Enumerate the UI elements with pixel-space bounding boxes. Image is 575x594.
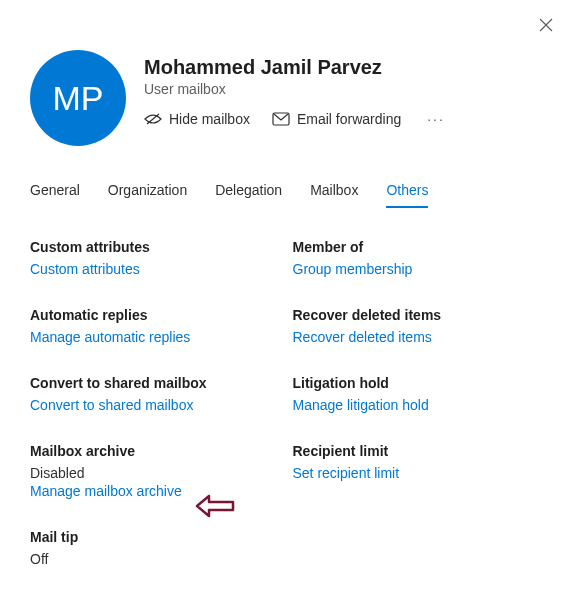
manage-mailbox-archive-link[interactable]: Manage mailbox archive [30,483,283,499]
section-title: Automatic replies [30,307,283,323]
tab-organization[interactable]: Organization [108,176,187,208]
section-mailbox-archive: Mailbox archive Disabled Manage mailbox … [30,443,283,499]
tab-delegation[interactable]: Delegation [215,176,282,208]
mail-tip-status: Off [30,551,283,567]
annotation-arrow-icon [195,494,235,518]
tab-general[interactable]: General [30,176,80,208]
content-grid: Custom attributes Custom attributes Memb… [30,239,545,569]
section-title: Litigation hold [293,375,546,391]
section-title: Convert to shared mailbox [30,375,283,391]
tab-others[interactable]: Others [386,176,428,208]
mailbox-type: User mailbox [144,81,449,97]
hide-mailbox-action[interactable]: Hide mailbox [144,111,250,127]
section-title: Mailbox archive [30,443,283,459]
group-membership-link[interactable]: Group membership [293,261,546,277]
header-info: Mohammed Jamil Parvez User mailbox Hide … [144,50,449,146]
close-button[interactable] [539,18,553,35]
recover-deleted-items-link[interactable]: Recover deleted items [293,329,546,345]
manage-litigation-hold-link[interactable]: Manage litigation hold [293,397,546,413]
section-recover-deleted: Recover deleted items Recover deleted it… [293,307,546,345]
section-automatic-replies: Automatic replies Manage automatic repli… [30,307,283,345]
section-title: Mail tip [30,529,283,545]
user-header: MP Mohammed Jamil Parvez User mailbox Hi… [30,50,545,146]
custom-attributes-link[interactable]: Custom attributes [30,261,283,277]
section-convert-shared: Convert to shared mailbox Convert to sha… [30,375,283,413]
section-title: Member of [293,239,546,255]
section-title: Recover deleted items [293,307,546,323]
manage-automatic-replies-link[interactable]: Manage automatic replies [30,329,283,345]
set-recipient-limit-link[interactable]: Set recipient limit [293,465,546,481]
email-forwarding-action[interactable]: Email forwarding [272,111,401,127]
display-name: Mohammed Jamil Parvez [144,56,449,79]
tab-mailbox[interactable]: Mailbox [310,176,358,208]
avatar: MP [30,50,126,146]
hide-icon [144,112,162,126]
section-recipient-limit: Recipient limit Set recipient limit [293,443,546,499]
section-custom-attributes: Custom attributes Custom attributes [30,239,283,277]
section-mail-tip: Mail tip Off [30,529,283,569]
close-icon [539,18,553,32]
tab-bar: General Organization Delegation Mailbox … [30,176,545,209]
section-member-of: Member of Group membership [293,239,546,277]
section-title: Custom attributes [30,239,283,255]
section-litigation-hold: Litigation hold Manage litigation hold [293,375,546,413]
convert-to-shared-link[interactable]: Convert to shared mailbox [30,397,283,413]
mail-icon [272,112,290,126]
email-forwarding-label: Email forwarding [297,111,401,127]
hide-mailbox-label: Hide mailbox [169,111,250,127]
mailbox-archive-status: Disabled [30,465,283,481]
more-actions-button[interactable]: ··· [423,111,449,127]
section-title: Recipient limit [293,443,546,459]
header-actions: Hide mailbox Email forwarding ··· [144,111,449,127]
